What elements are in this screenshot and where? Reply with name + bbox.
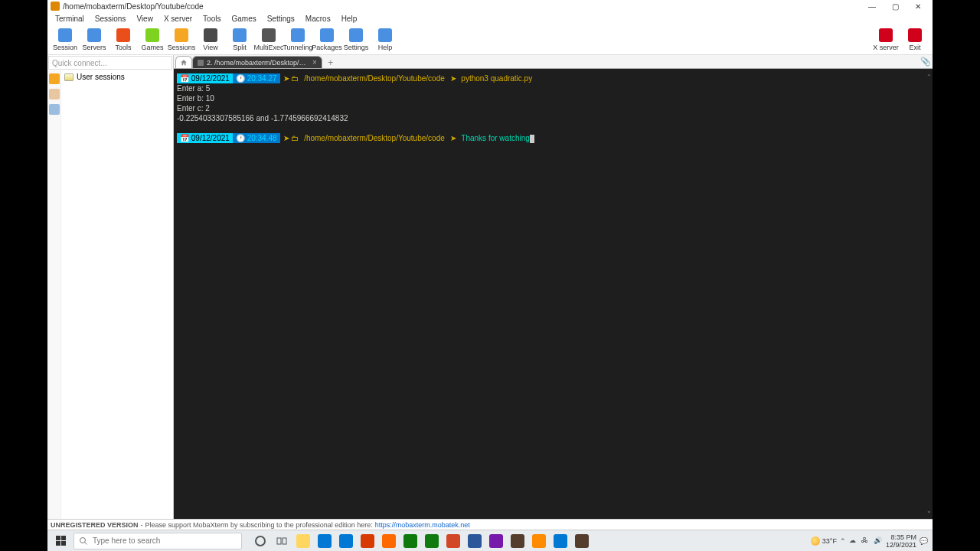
- tool-packages[interactable]: Packages: [312, 28, 341, 51]
- tool-label: Sessions: [168, 44, 196, 51]
- star-icon[interactable]: [49, 73, 60, 84]
- sun-icon: [811, 536, 820, 546]
- tool-label: Games: [141, 44, 163, 51]
- taskbar-app-7[interactable]: [443, 532, 464, 550]
- tunneling-icon: [291, 28, 305, 42]
- taskbar-app-3[interactable]: [357, 532, 378, 550]
- cortana-button[interactable]: [250, 532, 271, 550]
- app-icon: [468, 534, 482, 548]
- volume-icon[interactable]: 🔊: [874, 536, 883, 546]
- tool-exit[interactable]: Exit: [900, 28, 929, 51]
- tab-terminal[interactable]: 2. /home/mobaxterm/Desktop/Yo… ×: [192, 56, 322, 68]
- tool-tunneling[interactable]: Tunneling: [283, 28, 312, 51]
- tool-view[interactable]: View: [196, 28, 225, 51]
- statusbar: UNREGISTERED VERSION - Please support Mo…: [47, 519, 933, 530]
- folder-icon: [64, 73, 74, 81]
- multiexec-icon: [262, 28, 276, 42]
- tool-settings[interactable]: Settings: [341, 28, 371, 51]
- status-link[interactable]: https://mobaxterm.mobatek.net: [375, 521, 470, 529]
- maximize-button[interactable]: ▢: [884, 0, 906, 12]
- sidebar: Quick connect... User sessions: [47, 55, 174, 519]
- taskbar-app-12[interactable]: [550, 532, 571, 550]
- terminal[interactable]: ⌃ ⌄ 📅 09/12/2021🕐 20:34.27➤ 🗀 /home/moba…: [174, 69, 933, 519]
- titlebar: /home/mobaxterm/Desktop/Youtube/code — ▢…: [47, 0, 933, 12]
- close-button[interactable]: ✕: [906, 0, 929, 12]
- tool-x-server[interactable]: X server: [871, 28, 900, 51]
- menu-settings[interactable]: Settings: [263, 15, 299, 23]
- taskbar-app-11[interactable]: [528, 532, 550, 550]
- servers-icon: [87, 28, 101, 42]
- system-tray: 33°F ⌃ ☁ 🖧 🔊 8:35 PM 12/9/2021 💬: [806, 533, 933, 549]
- taskbar-app-6[interactable]: [421, 532, 443, 550]
- menu-tools[interactable]: Tools: [198, 15, 225, 23]
- minimize-button[interactable]: —: [861, 0, 884, 12]
- taskbar-search[interactable]: Type here to search: [74, 533, 242, 549]
- sidebar-toolbar: [47, 70, 61, 519]
- version-label: UNREGISTERED VERSION: [51, 521, 139, 529]
- tool-label: View: [203, 44, 217, 51]
- taskbar-app-4[interactable]: [378, 532, 400, 550]
- app-icon: [511, 534, 524, 548]
- task-view-button[interactable]: [271, 532, 292, 550]
- svg-rect-3: [283, 538, 286, 544]
- taskbar-app-9[interactable]: [485, 532, 507, 550]
- onedrive-icon[interactable]: ☁: [849, 536, 858, 546]
- menu-view[interactable]: View: [132, 15, 158, 23]
- help-icon: [378, 28, 392, 42]
- tool-multiexec[interactable]: MultiExec: [254, 28, 283, 51]
- quick-connect-input[interactable]: Quick connect...: [48, 56, 172, 70]
- scroll-down-icon[interactable]: ⌄: [926, 506, 932, 516]
- sessions-root[interactable]: User sessions: [63, 72, 172, 82]
- svg-line-1: [85, 542, 87, 544]
- taskbar: Type here to search 33°F ⌃ ☁ 🖧 🔊 8:35 PM…: [47, 530, 933, 551]
- menu-terminal[interactable]: Terminal: [51, 15, 89, 23]
- new-tab-button[interactable]: +: [324, 57, 338, 68]
- menu-xserver[interactable]: X server: [159, 15, 197, 23]
- tool-sessions[interactable]: Sessions: [167, 28, 196, 51]
- tool-games[interactable]: Games: [138, 28, 167, 51]
- start-button[interactable]: [47, 530, 74, 552]
- weather-widget[interactable]: 33°F: [811, 536, 837, 546]
- tool-servers[interactable]: Servers: [80, 28, 109, 51]
- tool-split[interactable]: Split: [225, 28, 254, 51]
- tools-icon: [116, 28, 130, 42]
- tab-close-button[interactable]: ×: [312, 58, 317, 67]
- menu-games[interactable]: Games: [227, 15, 260, 23]
- menu-help[interactable]: Help: [337, 15, 362, 23]
- menu-macros[interactable]: Macros: [301, 15, 335, 23]
- tab-icon: [198, 60, 204, 66]
- taskbar-app-13[interactable]: [571, 532, 593, 550]
- network-icon[interactable]: 🖧: [861, 536, 871, 546]
- sessions-root-label: User sessions: [77, 73, 125, 81]
- menu-sessions[interactable]: Sessions: [90, 15, 131, 23]
- toolbar: SessionServersToolsGamesSessionsViewSpli…: [47, 24, 933, 55]
- tray-chevron[interactable]: ⌃: [840, 537, 846, 545]
- taskbar-app-0[interactable]: [292, 532, 314, 550]
- app-icon: [489, 534, 503, 548]
- hand-icon[interactable]: [49, 89, 60, 99]
- taskbar-app-10[interactable]: [507, 532, 528, 550]
- paperclip-icon[interactable]: 📎: [920, 57, 931, 67]
- pen-icon[interactable]: [49, 104, 60, 115]
- clock[interactable]: 8:35 PM 12/9/2021: [886, 533, 916, 549]
- taskbar-app-8[interactable]: [464, 532, 485, 550]
- tool-label: Exit: [909, 44, 920, 51]
- windows-icon: [56, 536, 66, 546]
- taskbar-app-1[interactable]: [314, 532, 335, 550]
- tool-session[interactable]: Session: [51, 28, 80, 51]
- menubar: Terminal Sessions View X server Tools Ga…: [47, 12, 933, 24]
- tool-label: Servers: [82, 44, 106, 51]
- search-placeholder: Type here to search: [93, 536, 160, 545]
- status-text: Please support MobaXterm by subscribing …: [145, 521, 373, 529]
- svg-rect-2: [277, 538, 281, 544]
- scroll-up-icon[interactable]: ⌃: [926, 72, 932, 82]
- taskbar-app-2[interactable]: [335, 532, 357, 550]
- taskbar-app-5[interactable]: [400, 532, 421, 550]
- app-icon: [382, 534, 396, 548]
- notifications-icon[interactable]: 💬: [920, 537, 928, 545]
- tool-help[interactable]: Help: [371, 28, 400, 51]
- tool-tools[interactable]: Tools: [109, 28, 138, 51]
- tool-label: Settings: [344, 44, 369, 51]
- home-tab[interactable]: [175, 56, 192, 68]
- search-icon: [79, 536, 88, 546]
